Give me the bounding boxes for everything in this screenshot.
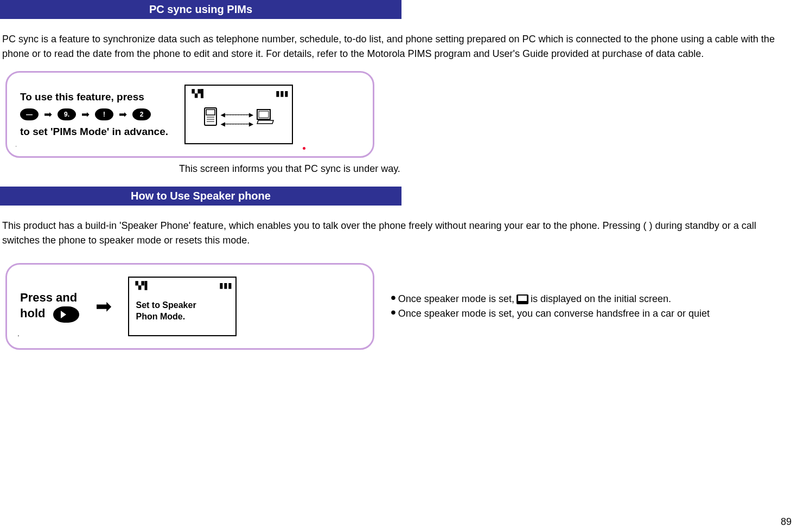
key-pill: ! xyxy=(95,108,113,120)
red-dot-marker xyxy=(303,147,305,150)
battery-icon: ▮▮▮ xyxy=(276,89,289,99)
page-number: 89 xyxy=(781,516,792,528)
lcd-message: Set to Speaker Phon Mode. xyxy=(132,291,232,332)
phone-lcd-screen: ▝▞▌ ▮▮▮ ◀┄┄┄┄┄┄┄┄┄▶ ◀┄┄┄┄┄┄┄┄┄▶ xyxy=(184,85,293,144)
speaker-notes-list: • Once speaker mode is set, is displayed… xyxy=(391,293,710,319)
section-header-pc-sync: PC sync using PIMs xyxy=(0,0,401,19)
key-pill: 2 xyxy=(132,108,151,120)
instruction-box-2: Press and hold ➡ ▝▞▌ ▮▮▮ Set to Speaker … xyxy=(5,263,374,350)
instruction-key-sequence: — ➡ 9. ➡ ! ➡ 2 xyxy=(20,108,168,120)
sync-graphic: ◀┄┄┄┄┄┄┄┄┄▶ ◀┄┄┄┄┄┄┄┄┄▶ xyxy=(203,107,275,131)
bullet-text-part: is displayed on the initial screen. xyxy=(531,293,671,305)
instruction-line-1: To use this feature, press xyxy=(20,91,168,103)
paragraph-speaker: This product has a build-in 'Speaker Pho… xyxy=(0,219,797,248)
section-header-speaker: How to Use Speaker phone xyxy=(0,187,401,206)
tick-mark: ' xyxy=(16,145,17,150)
arrow-icon: ➡ xyxy=(44,108,52,120)
speaker-mode-icon xyxy=(517,294,528,304)
paragraph-pc-sync: PC sync is a feature to synchronize data… xyxy=(0,32,797,61)
signal-icon: ▝▞▌ xyxy=(132,281,150,291)
phone-lcd-screen: ▝▞▌ ▮▮▮ Set to Speaker Phon Mode. xyxy=(128,277,237,336)
speaker-key-icon xyxy=(53,306,79,323)
bullet-text: Once speaker mode is set, you can conver… xyxy=(398,308,710,319)
battery-icon: ▮▮▮ xyxy=(219,281,232,291)
caption-sync-screen: This screen informs you that PC sync is … xyxy=(179,163,797,175)
key-pill: — xyxy=(20,108,39,120)
list-item: • Once speaker mode is set, you can conv… xyxy=(391,308,710,319)
svg-rect-6 xyxy=(259,111,269,118)
instruction-box-1: To use this feature, press — ➡ 9. ➡ ! ➡ … xyxy=(5,71,374,158)
key-pill: 9. xyxy=(58,108,76,120)
arrow-icon: ➡ xyxy=(119,108,127,120)
bullet-text-part: Once speaker mode is set, xyxy=(398,293,514,305)
arrow-icon: ➡ xyxy=(95,295,112,318)
list-item: • Once speaker mode is set, is displayed… xyxy=(391,293,710,305)
instruction-line-2: to set 'PIMs Mode' in advance. xyxy=(20,126,168,138)
svg-rect-1 xyxy=(206,110,215,115)
arrow-icon: ➡ xyxy=(81,108,90,120)
signal-icon: ▝▞▌ xyxy=(189,89,206,99)
tick-mark: ' xyxy=(18,335,19,341)
phone-icon xyxy=(203,107,218,131)
computer-icon xyxy=(256,108,275,130)
instruction-text-area: To use this feature, press — ➡ 9. ➡ ! ➡ … xyxy=(20,91,168,138)
press-hold-instruction: Press and hold xyxy=(20,290,79,323)
